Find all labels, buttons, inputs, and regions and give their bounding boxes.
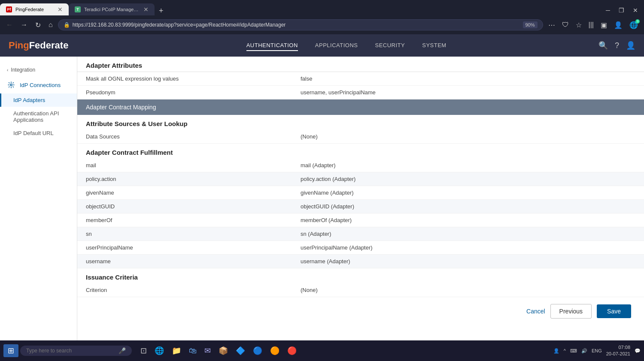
edge-icon[interactable]: 🌐	[151, 344, 167, 357]
fulfillment-key-givenname: givenName	[86, 190, 301, 196]
nav-applications[interactable]: APPLICATIONS	[315, 40, 358, 51]
taskbar-right: 👤 ^ ⌨ 🔊 ENG 07:08 20-07-2021 💬	[553, 344, 641, 358]
app2-icon[interactable]: 🔷	[232, 344, 249, 357]
criterion-value: (None)	[301, 287, 318, 293]
criterion-row: Criterion (None)	[77, 283, 644, 297]
fulfillment-row-mail: mail mail (Adapter)	[77, 159, 644, 172]
contract-mapping-header: Adapter Contract Mapping	[77, 99, 644, 115]
split-view-icon[interactable]: ▣	[598, 19, 610, 31]
toolbar-icons: ⋯ 🛡 ☆ ||| ▣ 👤 🌐3	[546, 19, 641, 31]
taskbar-search-input[interactable]	[26, 348, 115, 354]
adapter-attributes-header: Adapter Attributes	[77, 57, 644, 72]
taskbar-chevron-icon[interactable]: ^	[564, 348, 566, 353]
explorer-icon[interactable]: 📁	[168, 344, 185, 357]
fulfillment-key-sn: sn	[86, 231, 301, 237]
restore-button[interactable]: ❐	[614, 5, 629, 15]
sidebar-item-idp-connections[interactable]: IdP Connections	[0, 76, 77, 93]
tab-pingfederate[interactable]: Pf PingFederate ✕	[0, 3, 69, 15]
top-navigation: PingFederate AUTHENTICATION APPLICATIONS…	[0, 34, 644, 57]
data-sources-key: Data Sources	[86, 133, 301, 140]
previous-button[interactable]: Previous	[550, 304, 592, 319]
fulfillment-value-memberof: memberOf (Adapter)	[301, 217, 352, 223]
fulfillment-row-userprincipalname: userPrincipalName userPrincipalName (Ada…	[77, 241, 644, 255]
back-button[interactable]: ←	[3, 19, 15, 30]
sidebar-section-label: Integration	[11, 67, 35, 73]
app-wrapper: PingFederate AUTHENTICATION APPLICATIONS…	[0, 34, 644, 340]
tab-close-pf[interactable]: ✕	[58, 6, 63, 13]
fulfillment-key-policy-action: policy.action	[86, 176, 301, 182]
save-button[interactable]: Save	[597, 304, 631, 318]
nav-links: AUTHENTICATION APPLICATIONS SECURITY SYS…	[94, 40, 598, 51]
chevron-left-icon: ‹	[7, 68, 8, 72]
store-icon[interactable]: 🛍	[185, 345, 200, 357]
start-button[interactable]: ⊞	[3, 344, 18, 357]
criterion-key: Criterion	[86, 287, 301, 293]
fulfillment-value-policy-action: policy.action (Adapter)	[301, 176, 355, 182]
fulfillment-value-userprincipalname: userPrincipalName (Adapter)	[301, 244, 373, 251]
mail-icon[interactable]: ✉	[201, 344, 214, 357]
zoom-level: 90%	[523, 21, 538, 28]
taskbar-notification-icon[interactable]: 💬	[635, 348, 641, 354]
sidebar-item-idp-default-url[interactable]: IdP Default URL	[0, 126, 77, 140]
user-icon[interactable]: 👤	[626, 41, 635, 50]
extensions-icon[interactable]: ⋯	[546, 19, 558, 31]
browser-tabs-bar: Pf PingFederate ✕ T Teradici PCoIP Manag…	[0, 0, 644, 15]
tab-teradici[interactable]: T Teradici PCoIP Management C... ✕	[69, 3, 155, 15]
main-layout: ‹ Integration IdP Connections IdP Adapte…	[0, 57, 644, 340]
fulfillment-row-username: username username (Adapter)	[77, 255, 644, 268]
help-icon[interactable]: ?	[615, 41, 619, 50]
fulfillment-key-mail: mail	[86, 162, 301, 168]
taskbar-lang: ENG	[592, 348, 602, 353]
library-icon[interactable]: |||	[586, 19, 596, 30]
content-scroll: Adapter Attributes Mask all OGNL express…	[77, 57, 644, 340]
fulfillment-row-sn: sn sn (Adapter)	[77, 227, 644, 241]
sidebar-idp-default-url-label: IdP Default URL	[13, 130, 54, 136]
fulfillment-value-sn: sn (Adapter)	[301, 231, 331, 237]
search-icon[interactable]: 🔍	[598, 41, 608, 50]
cancel-button[interactable]: Cancel	[526, 308, 545, 315]
taskbar-search-bar[interactable]: 🎤	[20, 346, 132, 356]
new-tab-button[interactable]: +	[155, 6, 168, 15]
nav-security[interactable]: SECURITY	[375, 40, 405, 51]
tab-title-pf: PingFederate	[15, 7, 54, 12]
fulfillment-row-givenname: givenName givenName (Adapter)	[77, 186, 644, 200]
taskbar-keyboard-icon[interactable]: ⌨	[570, 348, 577, 354]
mask-ognl-key: Mask all OGNL expression log values	[86, 75, 301, 82]
close-button[interactable]: ✕	[629, 5, 642, 15]
window-controls: ─ ❐ ✕	[601, 5, 644, 15]
taskview-icon[interactable]: ⊡	[137, 344, 150, 357]
shield-icon[interactable]: 🛡	[559, 19, 571, 30]
sidebar-item-idp-adapters[interactable]: IdP Adapters	[0, 93, 77, 107]
home-button[interactable]: ⌂	[46, 19, 55, 30]
fulfillment-key-username: username	[86, 258, 301, 265]
pseudonym-row: Pseudonym username, userPrincipalName	[77, 86, 644, 99]
url-bar[interactable]: 🔒 https://192.168.20.83:9999/pingfederat…	[58, 19, 543, 30]
nav-system[interactable]: SYSTEM	[422, 40, 446, 51]
app3-icon[interactable]: 🔵	[249, 344, 266, 357]
content-area: Adapter Attributes Mask all OGNL express…	[77, 57, 644, 340]
notification-icon[interactable]: 🌐3	[627, 19, 641, 31]
taskbar: ⊞ 🎤 ⊡ 🌐 📁 🛍 ✉ 📦 🔷 🔵 🟠 🔴 👤 ^ ⌨ 🔊 ENG 07:0…	[0, 340, 644, 361]
svg-point-0	[10, 84, 12, 86]
tab-close-teradici[interactable]: ✕	[143, 6, 149, 13]
lock-icon: 🔒	[64, 22, 70, 28]
app4-icon[interactable]: 🟠	[267, 344, 283, 357]
taskbar-volume-icon[interactable]: 🔊	[581, 348, 587, 354]
sidebar-item-auth-api[interactable]: Authentication API Applications	[0, 107, 77, 126]
tab-favicon-teradici: T	[75, 6, 81, 12]
attribute-sources-title: Attribute Sources & User Lookup	[77, 115, 644, 130]
fulfillment-row-objectguid: objectGUID objectGUID (Adapter)	[77, 200, 644, 214]
minimize-button[interactable]: ─	[601, 5, 614, 15]
nav-authentication[interactable]: AUTHENTICATION	[246, 40, 298, 51]
app5-icon[interactable]: 🔴	[284, 344, 300, 357]
taskbar-people-icon[interactable]: 👤	[553, 348, 559, 354]
bookmark-icon[interactable]: ☆	[573, 19, 584, 31]
sidebar-integration-section[interactable]: ‹ Integration	[0, 63, 77, 76]
refresh-button[interactable]: ↻	[33, 19, 43, 31]
forward-button[interactable]: →	[18, 19, 30, 30]
taskbar-datetime: 07:08 20-07-2021	[606, 344, 630, 358]
app1-icon[interactable]: 📦	[215, 344, 231, 357]
microphone-icon: 🎤	[118, 347, 126, 354]
footer-actions: Cancel Previous Save	[77, 297, 644, 325]
account-icon[interactable]: 👤	[611, 19, 625, 31]
